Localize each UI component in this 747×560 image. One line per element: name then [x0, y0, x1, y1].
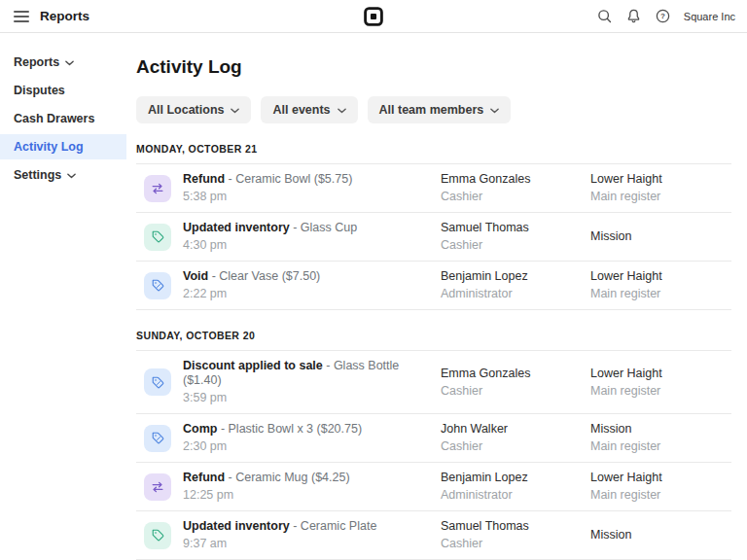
square-logo[interactable] [364, 6, 384, 26]
hamburger-menu-icon[interactable] [14, 9, 29, 24]
team-member-name: Samuel Thomas [441, 519, 590, 534]
help-icon[interactable]: ? [655, 8, 671, 24]
event-time: 2:22 pm [183, 287, 441, 301]
event-detail: - Clear Vase ($7.50) [208, 269, 320, 283]
refund-arrows-icon [144, 175, 171, 202]
team-member-name: Emma Gonzales [441, 367, 590, 381]
event-detail: - Ceramic Bowl ($5.75) [225, 172, 352, 186]
sidebar-item-label: Activity Log [14, 139, 84, 155]
section-date-header: MONDAY, OCTOBER 21 [136, 143, 731, 155]
team-member-role: Cashier [441, 238, 590, 253]
event-time: 2:30 pm [183, 439, 441, 454]
event-type: Discount applied to sale [183, 359, 323, 372]
team-member-role: Cashier [441, 537, 590, 551]
topbar: Reports ? [0, 0, 747, 33]
register-name: Main register [590, 287, 731, 301]
filter-label: All Locations [148, 103, 224, 117]
activity-day-section: MONDAY, OCTOBER 21 Refund - Ceramic Bowl… [136, 143, 731, 310]
event-time: 9:37 am [183, 537, 441, 551]
filter-all-team-members[interactable]: All team members [368, 96, 512, 123]
location-name: Lower Haight [590, 269, 731, 284]
team-member-role: Cashier [441, 190, 590, 204]
chevron-down-icon [67, 173, 76, 179]
filter-label: All team members [379, 103, 484, 117]
refund-arrows-icon [144, 473, 171, 501]
merchant-account-name[interactable]: Square Inc [684, 11, 735, 22]
event-time: 5:38 pm [183, 190, 441, 204]
location-name: Mission [590, 528, 731, 542]
team-member-role: Cashier [441, 439, 590, 454]
location-name: Lower Haight [590, 367, 731, 381]
activity-row: Void - Clear Vase ($7.50) 2:22 pm Benjam… [136, 261, 731, 309]
chevron-down-icon [65, 60, 74, 66]
event-type: Refund [183, 172, 225, 186]
team-member-role: Administrator [441, 488, 590, 503]
event-type: Updated inventory [183, 519, 290, 533]
team-member-role: Cashier [441, 384, 590, 399]
register-name: Main register [590, 384, 731, 399]
event-detail: - Plastic Bowl x 3 ($20.75) [217, 422, 362, 436]
notifications-bell-icon[interactable] [625, 8, 642, 24]
register-name: Main register [590, 439, 731, 454]
location-name: Lower Haight [590, 471, 731, 485]
event-type: Refund [183, 471, 225, 484]
sidebar-item-disputes[interactable]: Disputes [0, 78, 126, 103]
page-title: Activity Log [136, 56, 731, 78]
event-type: Comp [183, 422, 217, 436]
filter-label: All events [272, 103, 330, 117]
team-member-name: Benjamin Lopez [441, 471, 590, 485]
svg-text:?: ? [660, 12, 665, 20]
event-detail: - Glass Cup [290, 221, 357, 234]
activity-row: Updated inventory - Glass Cup 4:30 pm Sa… [136, 212, 731, 261]
page-context-title: Reports [40, 9, 89, 23]
activity-row: Comp - Plastic Bowl x 3 ($20.75) 2:30 pm… [136, 413, 731, 462]
sidebar-item-label: Disputes [14, 83, 65, 98]
activity-row: Discount applied to sale - Glass Bottle … [136, 350, 731, 413]
chevron-down-icon [338, 103, 346, 117]
sidebar-item-label: Reports [14, 54, 59, 70]
team-member-name: Emma Gonzales [441, 172, 590, 187]
sidebar-item-activity-log[interactable]: Activity Log [0, 134, 126, 159]
sidebar-item-label: Cash Drawers [14, 111, 94, 126]
section-date-header: SUNDAY, OCTOBER 20 [136, 330, 731, 341]
chevron-down-icon [490, 103, 499, 117]
event-detail: - Ceramic Plate [290, 519, 377, 533]
location-name: Mission [590, 422, 731, 437]
register-name: Main register [590, 488, 731, 503]
event-type: Void [183, 269, 208, 283]
inventory-tag-icon [144, 224, 171, 251]
sidebar-item-cash-drawers[interactable]: Cash Drawers [0, 106, 126, 131]
activity-row: Refund - Ceramic Bowl ($5.75) 5:38 pm Em… [136, 163, 731, 212]
location-name: Mission [590, 229, 731, 244]
square-dashboard: Reports ? [0, 0, 747, 560]
event-type: Updated inventory [183, 221, 290, 234]
filter-all-events[interactable]: All events [261, 96, 357, 123]
search-icon[interactable] [596, 8, 613, 24]
team-member-role: Administrator [441, 287, 590, 301]
filter-bar: All LocationsAll eventsAll team members [136, 96, 731, 123]
sidebar-item-reports[interactable]: Reports [0, 50, 126, 75]
event-time: 4:30 pm [183, 238, 441, 253]
register-name: Main register [590, 190, 731, 204]
event-time: 12:25 pm [183, 488, 441, 503]
activity-day-section: SUNDAY, OCTOBER 20 Discount applied to s… [136, 330, 731, 560]
filter-all-locations[interactable]: All Locations [136, 96, 251, 123]
team-member-name: Samuel Thomas [441, 221, 590, 235]
main-content: Activity Log All LocationsAll eventsAll … [126, 33, 747, 560]
sidebar-item-label: Settings [14, 167, 61, 183]
discount-tag-icon [144, 272, 171, 299]
team-member-name: John Walker [441, 422, 590, 437]
discount-tag-icon [144, 368, 171, 396]
event-time: 3:59 pm [183, 391, 441, 405]
sidebar-nav: ReportsDisputesCash DrawersActivity LogS… [0, 33, 126, 560]
chevron-down-icon [231, 103, 239, 117]
activity-row: Updated inventory - Ceramic Plate 9:37 a… [136, 510, 731, 559]
location-name: Lower Haight [590, 172, 731, 187]
sidebar-item-settings[interactable]: Settings [0, 162, 126, 188]
activity-sections: MONDAY, OCTOBER 21 Refund - Ceramic Bowl… [136, 143, 731, 560]
activity-row: Refund - Ceramic Mug ($4.25) 12:25 pm Be… [136, 462, 731, 510]
inventory-tag-icon [144, 522, 171, 549]
event-detail: - Ceramic Mug ($4.25) [225, 471, 350, 484]
team-member-name: Benjamin Lopez [441, 269, 590, 284]
discount-tag-icon [144, 425, 171, 452]
